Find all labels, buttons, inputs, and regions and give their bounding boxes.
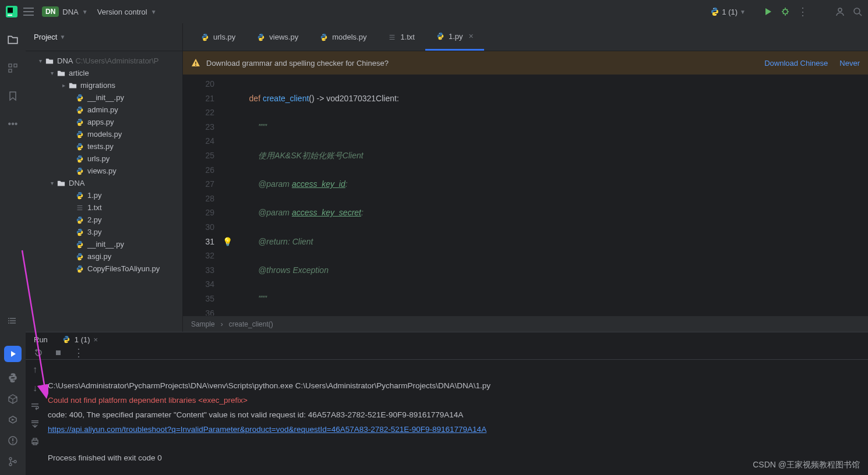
svg-point-15 — [12, 442, 13, 444]
tree-file[interactable]: __init__.py — [26, 238, 182, 250]
vcs-tool-icon[interactable] — [8, 456, 18, 467]
user-icon[interactable] — [835, 7, 845, 16]
svg-point-36 — [80, 222, 81, 222]
banner-link-download[interactable]: Download Chinese — [764, 59, 828, 68]
svg-rect-9 — [14, 64, 17, 67]
project-name[interactable]: DNA — [62, 8, 78, 16]
editor-tab[interactable]: urls.py — [190, 23, 246, 51]
breadcrumb[interactable]: Sample›create_client() — [183, 316, 868, 332]
notification-banner: Download grammar and spelling checker fo… — [183, 51, 868, 75]
close-icon[interactable]: × — [94, 335, 98, 344]
svg-point-28 — [80, 148, 81, 149]
svg-point-7 — [854, 8, 860, 14]
bookmarks-tool-icon[interactable] — [8, 91, 18, 101]
tree-file[interactable]: apps.py — [26, 116, 182, 128]
svg-point-38 — [80, 234, 81, 235]
svg-rect-10 — [9, 69, 12, 72]
stop-icon[interactable] — [54, 348, 63, 357]
list-tool-icon[interactable] — [8, 316, 18, 326]
svg-point-34 — [80, 197, 81, 198]
up-arrow-icon[interactable]: ↑ — [33, 364, 37, 375]
down-arrow-icon[interactable]: ↓ — [33, 383, 37, 394]
run-tab[interactable]: 1 (1) × — [56, 332, 104, 346]
soft-wrap-icon[interactable] — [30, 402, 40, 411]
run-panel-title[interactable]: Run — [34, 335, 48, 344]
svg-point-40 — [80, 246, 81, 247]
run-config-selector[interactable]: 1 (1) ▼ — [710, 7, 755, 16]
svg-point-41 — [79, 254, 79, 254]
tree-file[interactable]: CopyFilesToAliyun.py — [26, 263, 182, 275]
tree-file[interactable]: asgi.py — [26, 250, 182, 263]
editor-tab[interactable]: models.py — [309, 23, 377, 51]
svg-point-50 — [324, 39, 325, 40]
run-tool-icon[interactable] — [4, 346, 22, 362]
main-menu-icon[interactable] — [23, 8, 34, 16]
tree-folder[interactable]: ▸migrations — [26, 79, 182, 91]
svg-point-37 — [79, 229, 79, 230]
problems-tool-icon[interactable] — [8, 435, 18, 446]
debug-icon[interactable] — [781, 7, 790, 16]
svg-point-19 — [79, 95, 79, 95]
svg-rect-8 — [9, 64, 12, 67]
tree-file[interactable]: __init__.py — [26, 91, 182, 104]
structure-tool-icon[interactable] — [8, 63, 18, 73]
services-tool-icon[interactable] — [8, 414, 18, 425]
editor-area: urls.pyviews.pymodels.py1.txt1.py× Downl… — [183, 23, 868, 332]
tree-file[interactable]: admin.py — [26, 104, 182, 116]
editor-tab[interactable]: views.py — [246, 23, 309, 51]
svg-point-42 — [80, 258, 81, 259]
tree-folder[interactable]: ▾DNA — [26, 177, 182, 189]
svg-rect-54 — [56, 350, 61, 355]
tree-file[interactable]: 1.py — [26, 189, 182, 201]
close-icon[interactable]: × — [469, 31, 474, 41]
svg-point-24 — [80, 124, 81, 125]
python-icon — [62, 335, 71, 344]
banner-link-never[interactable]: Never — [839, 59, 860, 68]
more-tools-icon[interactable]: ••• — [8, 119, 18, 129]
bulb-column: 💡 — [223, 75, 240, 316]
tree-file[interactable]: 3.py — [26, 226, 182, 238]
more-icon[interactable]: ⋮ — [73, 346, 84, 359]
svg-point-45 — [204, 34, 204, 35]
svg-point-31 — [79, 168, 79, 169]
svg-point-12 — [8, 320, 9, 321]
more-icon[interactable]: ⋮ — [798, 7, 807, 16]
svg-point-53 — [195, 65, 196, 66]
svg-point-44 — [80, 271, 81, 271]
tree-folder[interactable]: ▾DNAC:\Users\Administrator\P — [26, 55, 182, 67]
warning-icon — [191, 58, 200, 68]
project-header[interactable]: Project ▼ — [26, 23, 182, 51]
chevron-down-icon[interactable]: ▼ — [151, 9, 157, 15]
svg-point-17 — [9, 463, 12, 466]
python-console-icon[interactable] — [8, 373, 18, 383]
editor-tab[interactable]: 1.txt — [377, 23, 425, 51]
tree-file[interactable]: 1.txt — [26, 201, 182, 214]
svg-point-3 — [714, 8, 714, 9]
tree-file[interactable]: models.py — [26, 128, 182, 140]
svg-point-49 — [323, 34, 323, 35]
packages-tool-icon[interactable] — [8, 394, 18, 404]
code-content[interactable]: def create_client() -> vod20170321Client… — [240, 75, 868, 316]
tree-file[interactable]: tests.py — [26, 140, 182, 153]
project-badge[interactable]: DN — [42, 6, 59, 17]
tree-file[interactable]: views.py — [26, 165, 182, 177]
print-icon[interactable] — [30, 437, 40, 446]
search-icon[interactable] — [853, 7, 862, 16]
run-icon[interactable] — [763, 7, 772, 16]
chevron-down-icon[interactable]: ▼ — [82, 9, 88, 15]
svg-point-18 — [14, 460, 16, 463]
tree-file[interactable]: 2.py — [26, 214, 182, 226]
scroll-end-icon[interactable] — [30, 419, 40, 428]
svg-point-27 — [79, 144, 79, 144]
code-editor[interactable]: 2021222324252627282930313233343536 💡 def… — [183, 75, 868, 316]
tree-file[interactable]: urls.py — [26, 153, 182, 165]
project-tool-icon[interactable] — [7, 34, 19, 45]
tree-folder[interactable]: ▾article — [26, 67, 182, 79]
intention-bulb-icon[interactable]: 💡 — [223, 237, 232, 246]
vcs-menu[interactable]: Version control — [97, 8, 147, 16]
svg-point-21 — [79, 107, 79, 108]
editor-tab[interactable]: 1.py× — [425, 23, 484, 51]
console-output[interactable]: C:\Users\Administrator\PycharmProjects\D… — [44, 360, 868, 475]
svg-rect-56 — [33, 438, 37, 440]
rerun-icon[interactable] — [34, 348, 43, 357]
